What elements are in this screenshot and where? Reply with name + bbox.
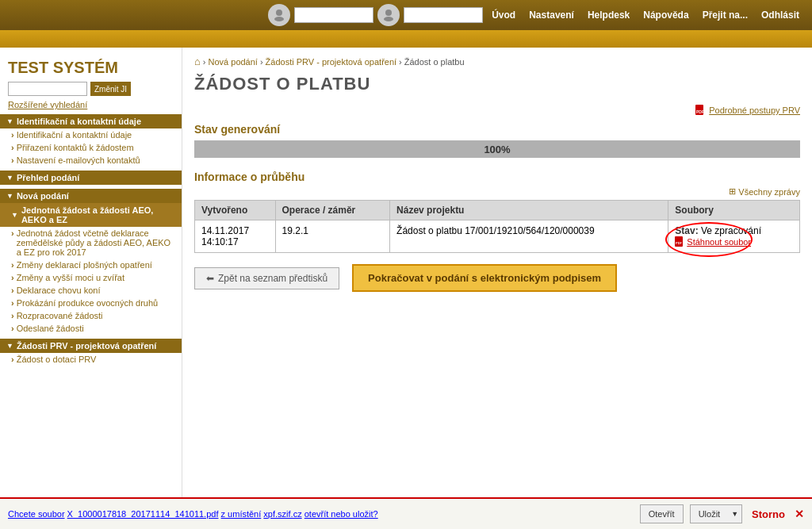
sidebar-section-nova-podani: Nová podání Jednotná žádost a žádosti AE… [0,189,182,335]
pdf-link[interactable]: PDF Podrobné postupy PRV [695,104,800,117]
svg-point-3 [384,17,393,21]
td-nazev: Žádost o platbu 17/001/19210/564/120/000… [390,220,668,253]
header-input-1[interactable] [294,7,373,23]
stav-value: Ve zpracování [701,225,761,236]
info-table: Vytvořeno Operace / záměr Název projektu… [194,200,800,253]
svg-point-2 [385,10,392,16]
sidebar-item-odeslane[interactable]: Odeslané žádosti [0,322,182,335]
sidebar-item-prokazani[interactable]: Prokázání produkce ovocných druhů [0,297,182,309]
th-vytvoreno: Vytvořeno [195,201,276,220]
pdf-icon: PDF [695,104,706,117]
download-save-arrow[interactable]: ▼ [728,504,742,523]
td-soubory: Stav: Ve zpracování PDF Stáhnout soubor [668,220,800,253]
breadcrumb: ⌂ › Nová podání › Žádosti PRV - projekto… [194,56,800,67]
main-layout: TEST SYSTÉM Změnit JI Rozšířené vyhledán… [0,48,812,529]
stahnout-soubor-link[interactable]: PDF Stáhnout soubor [675,236,793,247]
nav-odhlasit[interactable]: Odhlásit [761,10,799,21]
sidebar-section-nova-header[interactable]: Nová podání [0,189,182,203]
sidebar-section-identifikacni: Identifikační a kontaktní údaje Identifi… [0,114,182,167]
content-area: ⌂ › Nová podání › Žádosti PRV - projekto… [182,48,812,529]
all-messages-link[interactable]: Všechny zprávy [729,186,800,197]
table-row: 14.11.201714:10:17 19.2.1 Žádost o platb… [195,220,800,253]
nav-napoveda[interactable]: Nápověda [643,10,688,21]
download-site: xpf.szif.cz [263,509,301,519]
sidebar-search-row: Změnit JI [0,79,182,99]
sidebar-section-prv-header[interactable]: Žádosti PRV - projektová opatření [0,339,182,353]
golden-header [0,30,812,48]
nav-nastaveni[interactable]: Nastavení [529,10,574,21]
pdf-link-row: PDF Podrobné postupy PRV [194,104,800,117]
sidebar-item-zmeny-deklaraci[interactable]: Změny deklarací plošných opatření [0,259,182,271]
svg-point-1 [274,17,284,21]
progress-label: 100% [484,144,510,155]
sidebar-item-rozpracovane[interactable]: Rozpracované žádosti [0,309,182,322]
pdf-small-icon: PDF [675,236,684,247]
bottom-buttons: Zpět na seznam předtisků Pokračovat v po… [194,264,800,292]
all-messages-row: Všechny zprávy [194,186,800,197]
nav-helpdesk[interactable]: Helpdesk [588,10,630,21]
sidebar-item-nastaveni-email[interactable]: Nastavení e-mailových kontaktů [0,154,182,167]
continue-button[interactable]: Pokračovat v podání s elektronickým podp… [352,264,617,292]
download-bar: Chcete soubor X_1000017818_20171114_1410… [0,497,812,529]
avatar-icon-2 [377,4,400,26]
sidebar-title: TEST SYSTÉM [0,54,182,79]
info-prubeh-heading: Informace o průběhu [194,171,800,183]
svg-text:PDF: PDF [696,109,704,114]
breadcrumb-zadosti-prv[interactable]: Žádosti PRV - projektová opatření [266,57,397,67]
sidebar-item-identifikacni[interactable]: Identifikační a kontaktní údaje [0,128,182,141]
td-vytvoreno: 14.11.201714:10:17 [195,220,276,253]
svg-text:PDF: PDF [676,241,683,245]
th-operace: Operace / záměr [275,201,390,220]
th-nazev: Název projektu [390,201,668,220]
stav-generovani-heading: Stav generování [194,123,800,136]
sidebar-item-jednotna-zadost[interactable]: Jednotná žádost včetně deklarace zeměděl… [0,227,182,259]
download-btn-group: Otevřít [640,504,684,523]
sidebar-item-zmeny-vyssimoci[interactable]: Změny a vyšší moci u zvířat [0,271,182,284]
top-header: Úvod Nastavení Helpdesk Nápověda Přejit … [0,0,812,30]
page-title: ŽÁDOST O PLATBU [194,74,800,94]
sidebar-item-deklarace-chovu[interactable]: Deklarace chovu koní [0,284,182,297]
nav-prejit[interactable]: Přejit na... [703,10,748,21]
stav-label: Stav: [675,225,698,236]
th-soubory: Soubory [668,201,800,220]
download-open-button[interactable]: Otevřít [640,504,684,523]
breadcrumb-current: Žádost o platbu [404,57,465,67]
download-close-icon[interactable]: ✕ [795,508,804,520]
avatar-icon [268,4,290,26]
download-bar-text: Chcete soubor X_1000017818_20171114_1410… [8,509,634,519]
sidebar: TEST SYSTÉM Změnit JI Rozšířené vyhledán… [0,48,182,529]
download-filename: X_1000017818_20171114_141011.pdf [67,509,219,519]
download-cancel-button[interactable]: Storno [749,508,788,520]
header-input-2[interactable] [404,7,483,23]
download-save-button[interactable]: Uložit [690,504,729,523]
sidebar-rozsirenehledani[interactable]: Rozšířené vyhledání [0,99,182,110]
sidebar-subsection-jednotna[interactable]: Jednotná žádost a žádosti AEO, AEKO a EZ [0,203,182,227]
back-button[interactable]: Zpět na seznam předtisků [194,267,339,289]
sidebar-item-zadost-dotaci[interactable]: Žádost o dotaci PRV [0,353,182,366]
sidebar-section-prv: Žádosti PRV - projektová opatření Žádost… [0,339,182,366]
progress-bar: 100% [194,140,800,158]
download-save-group: Uložit ▼ [690,504,742,523]
sidebar-section-prehled: Přehled podání [0,171,182,185]
svg-point-0 [276,10,282,16]
sidebar-section-prehled-header[interactable]: Přehled podání [0,171,182,185]
td-operace: 19.2.1 [275,220,390,253]
sidebar-search-input[interactable] [8,82,87,96]
sidebar-item-prirazeni[interactable]: Přiřazení kontaktů k žádostem [0,141,182,154]
sidebar-search-button[interactable]: Změnit JI [90,82,131,96]
sidebar-section-identifikacni-header[interactable]: Identifikační a kontaktní údaje [0,114,182,128]
breadcrumb-home-icon[interactable]: ⌂ [194,56,201,67]
nav-uvod[interactable]: Úvod [492,10,515,21]
breadcrumb-nova-podani[interactable]: Nová podání [209,57,258,67]
